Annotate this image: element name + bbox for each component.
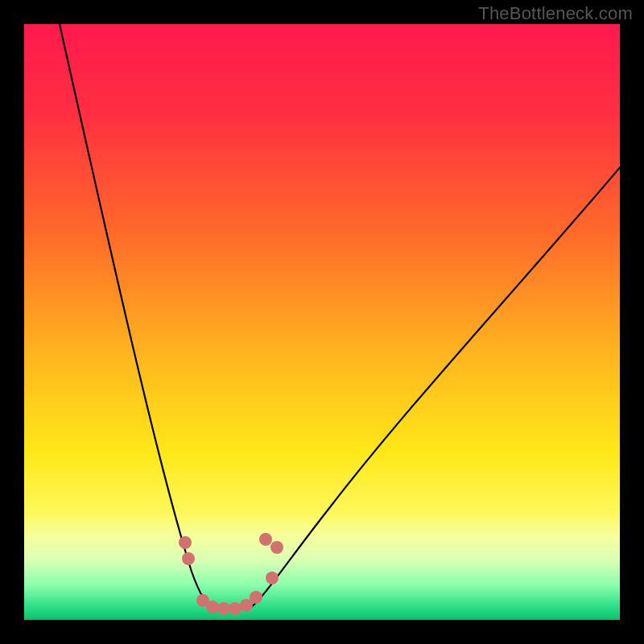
data-marker: [250, 591, 262, 604]
data-marker: [270, 541, 283, 554]
data-marker: [266, 572, 279, 584]
curves-layer: [24, 24, 620, 620]
data-marker: [259, 533, 272, 546]
series-left-curve: [60, 24, 224, 609]
chart-frame: TheBottleneck.com: [0, 0, 644, 644]
data-marker: [206, 601, 219, 613]
data-marker: [229, 602, 242, 615]
watermark-text: TheBottleneck.com: [478, 3, 633, 24]
plot-area: [24, 24, 620, 620]
data-marker: [179, 536, 192, 549]
series-right-curve: [240, 167, 620, 609]
data-marker: [182, 552, 195, 565]
data-marker: [217, 602, 230, 615]
